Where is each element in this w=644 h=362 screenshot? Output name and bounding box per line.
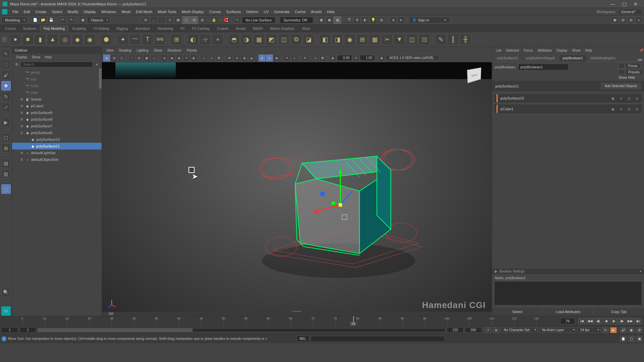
dropdown-icon[interactable]: ▾ bbox=[94, 62, 100, 67]
outliner-item-front[interactable]: 📷front bbox=[12, 82, 102, 89]
outliner-item-pCube1[interactable]: ⊞◆pCube1 bbox=[12, 103, 102, 109]
ae-menu-show[interactable]: Show bbox=[570, 48, 583, 53]
visibility-toggle-icon[interactable]: ▾ bbox=[618, 96, 624, 101]
shelf-tab-surfaces[interactable]: Surfaces bbox=[19, 25, 40, 32]
quaddraw-button[interactable]: ▦ bbox=[369, 34, 380, 45]
signin-button[interactable]: Sign in▾ bbox=[409, 17, 450, 23]
symmetry-field[interactable]: Symmetry: Off bbox=[280, 17, 313, 23]
platonic-button[interactable]: ⬢ bbox=[101, 34, 112, 45]
duplicate-button[interactable]: ◨ bbox=[332, 34, 343, 45]
fps-dropdown[interactable]: 24 fps bbox=[577, 327, 601, 333]
shelf-handle-icon[interactable] bbox=[2, 37, 7, 42]
poly-cone-button[interactable]: ▲ bbox=[47, 34, 58, 45]
snap-live-button[interactable]: ▤ bbox=[191, 16, 198, 24]
vp-colorspace-dropdown[interactable]: ACES 1.0 SDR-video (sRGB) bbox=[386, 55, 439, 61]
new-scene-button[interactable]: 📄 bbox=[32, 16, 39, 24]
sync-button[interactable]: ◉ bbox=[628, 327, 635, 333]
lasso-tool[interactable]: ◌ bbox=[1, 60, 11, 69]
vp-vp2-button[interactable]: ▣ bbox=[259, 55, 265, 61]
menu-curves[interactable]: Curves bbox=[207, 9, 223, 15]
anim-end-field[interactable]: 200 bbox=[465, 327, 482, 333]
range-start-field[interactable]: 1 bbox=[19, 327, 36, 333]
vp-hw-button[interactable]: ▤ bbox=[266, 55, 273, 61]
outliner-search-input[interactable] bbox=[21, 62, 93, 67]
outliner-item-defaultObjectSet[interactable]: ⊞○defaultObjectSet bbox=[12, 156, 102, 163]
menu-meshtools[interactable]: Mesh Tools bbox=[155, 9, 178, 15]
vp-shaded-button[interactable]: ◆ bbox=[168, 55, 175, 61]
extrude-button[interactable]: ◫ bbox=[278, 34, 289, 45]
ae-menu-selected[interactable]: Selected bbox=[504, 48, 521, 53]
vp-select-cam-button[interactable]: ▣ bbox=[103, 55, 110, 61]
anim-start-field[interactable]: 1 bbox=[1, 327, 18, 333]
layout-four-button[interactable]: ⊞ bbox=[1, 143, 11, 153]
shelf-tab-animation[interactable]: Animation bbox=[131, 25, 154, 32]
vp-motion-blur-button[interactable]: ◔ bbox=[233, 55, 240, 61]
poly-cube-button[interactable]: ■ bbox=[22, 34, 34, 45]
ipr-render-button[interactable]: ▣ bbox=[334, 16, 341, 24]
super-shape-button[interactable]: ✦ bbox=[117, 34, 128, 45]
character-set-dropdown[interactable]: No Character Set bbox=[501, 327, 538, 333]
menu-display[interactable]: Display bbox=[82, 9, 98, 15]
focus-icon[interactable] bbox=[619, 63, 625, 68]
viewport[interactable]: ➤ BACK persp Hamedani CGI bbox=[102, 62, 492, 316]
ae-menu-focus[interactable]: Focus bbox=[522, 48, 535, 53]
menu-edit[interactable]: Edit bbox=[21, 9, 33, 15]
svg-button[interactable]: SVG bbox=[154, 34, 166, 45]
snap-center-button[interactable]: ⊙ bbox=[166, 16, 174, 24]
workspace-dropdown[interactable]: General* bbox=[618, 9, 642, 15]
toggle-pausebutton[interactable]: ⏸ bbox=[389, 16, 397, 24]
vp-toggle-b-btn[interactable]: ◩ bbox=[319, 55, 326, 61]
vp-opacity-field[interactable]: 0.00 bbox=[337, 55, 352, 61]
outliner-item-top[interactable]: 📷top bbox=[12, 76, 102, 82]
shelf-tab-uvediting[interactable]: UV Editing bbox=[90, 25, 113, 32]
menu-uv[interactable]: UV bbox=[261, 9, 271, 15]
separate-button[interactable]: ◑ bbox=[241, 34, 252, 45]
select-tool[interactable]: ↖ bbox=[1, 49, 11, 58]
offset-edge-button[interactable]: ╫ bbox=[460, 34, 471, 45]
loop-button[interactable]: ↻ bbox=[602, 327, 609, 333]
soft-select-button[interactable]: ◐ bbox=[187, 34, 199, 45]
close-button[interactable]: ✕ bbox=[630, 1, 641, 7]
shelf-tab-rigging[interactable]: Rigging bbox=[113, 25, 131, 32]
timeline[interactable]: 5101520253035404550556065707580859095100… bbox=[0, 316, 644, 326]
vp-ssao-button[interactable]: ◓ bbox=[226, 55, 233, 61]
content-browser-button[interactable]: ⊞ bbox=[171, 34, 182, 45]
remove-input-icon[interactable]: ⊙ bbox=[634, 96, 640, 101]
outliner-item-persp[interactable]: 📷persp bbox=[12, 69, 102, 76]
vp-menu-show[interactable]: Show bbox=[151, 48, 164, 53]
retopo-button[interactable]: ⊞ bbox=[357, 34, 368, 45]
menu-meshdisplay[interactable]: Mesh Display bbox=[179, 9, 206, 15]
smooth-button[interactable]: ▦ bbox=[253, 34, 265, 45]
symmetry-pivot-button[interactable]: ⊹ bbox=[200, 34, 211, 45]
sculpt-button[interactable]: ◉ bbox=[344, 34, 356, 45]
construct-history-button[interactable]: ▣ bbox=[318, 16, 325, 24]
settings-button[interactable]: ⚙ bbox=[636, 327, 643, 333]
vp-exposure-field[interactable]: 1.00 bbox=[360, 55, 375, 61]
pivot-button[interactable]: ⊕ bbox=[212, 34, 223, 45]
focus-button[interactable]: Focus bbox=[625, 63, 640, 69]
ae-tab-polysurfaceshape5[interactable]: polySurfaceShape5 bbox=[522, 55, 559, 61]
ae-menu-list[interactable]: List bbox=[494, 48, 503, 53]
input-item-polySurface10[interactable]: polySurface10◉▾◫⊙ bbox=[493, 93, 643, 103]
vp-menu-view[interactable]: View bbox=[104, 48, 116, 53]
notes-textarea[interactable] bbox=[494, 281, 642, 305]
shelf-tab-motiongraphics[interactable]: Motion Graphics bbox=[266, 25, 298, 32]
save-scene-button[interactable]: 💾 bbox=[48, 16, 55, 24]
ae-tab-initialshading[interactable]: initialShadingGro bbox=[587, 55, 620, 61]
last-tool[interactable]: ▶ bbox=[1, 118, 11, 127]
outliner-item-defaultLightSet[interactable]: ⊞○defaultLightSet bbox=[12, 149, 102, 156]
render-frame-button[interactable]: ▣ bbox=[326, 16, 333, 24]
shelf-tab-rendering[interactable]: Rendering bbox=[154, 25, 177, 32]
snap-view-button[interactable]: ▦ bbox=[174, 16, 182, 24]
menu-help[interactable]: Help bbox=[325, 9, 337, 15]
vp-menu-renderer[interactable]: Renderer bbox=[165, 48, 184, 53]
ae-menu-display[interactable]: Display bbox=[554, 48, 570, 53]
redo-button[interactable]: ↷ bbox=[67, 16, 75, 24]
go-end-button[interactable]: ▶| bbox=[635, 318, 642, 324]
filter-icon[interactable]: ⚙ bbox=[14, 62, 19, 67]
ae-select-button[interactable]: Select bbox=[492, 308, 543, 316]
search-tool[interactable]: 🔍 bbox=[1, 288, 11, 297]
vp-filmgate-button[interactable]: ▢ bbox=[151, 55, 157, 61]
ae-tab-scroll-right[interactable]: ▶ bbox=[640, 58, 643, 61]
select-by-object-button[interactable]: ▣ bbox=[79, 16, 87, 24]
